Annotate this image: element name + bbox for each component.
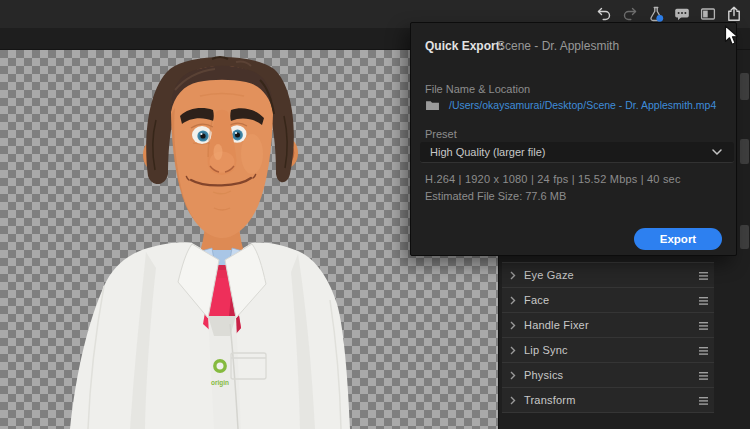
behavior-row-handle-fixer[interactable]: Handle Fixer [502,313,714,338]
preset-dropdown-value: High Quality (larger file) [430,146,546,158]
behavior-label: Eye Gaze [524,269,574,281]
preset-dropdown[interactable]: High Quality (larger file) [420,142,734,163]
menu-icon[interactable] [699,272,708,280]
scrollbar-thumb-segment[interactable] [740,225,749,249]
behavior-row-face[interactable]: Face [502,288,714,313]
behavior-row-eye-gaze[interactable]: Eye Gaze [502,263,714,288]
menu-icon[interactable] [699,322,708,330]
menu-icon[interactable] [699,297,708,305]
behavior-row-lip-sync[interactable]: Lip Sync [502,338,714,363]
test-flask-icon[interactable] [648,6,664,22]
expand-chevron-icon[interactable] [510,271,516,280]
workspace-panel-icon[interactable] [700,6,716,22]
behaviors-list: Eye Gaze Face Handle Fixer Lip Sync Phys [502,262,714,413]
export-specs-line: H.264 | 1920 x 1080 | 24 fps | 15.52 Mbp… [425,173,681,185]
estimated-file-size: Estimated File Size: 77.6 MB [425,190,566,202]
quick-export-scene-name: Scene - Dr. Applesmith [497,39,619,53]
expand-chevron-icon[interactable] [510,296,516,305]
behavior-label: Face [524,294,549,306]
expand-chevron-icon[interactable] [510,346,516,355]
behavior-label: Lip Sync [524,344,568,356]
behavior-row-physics[interactable]: Physics [502,363,714,388]
expand-chevron-icon[interactable] [510,371,516,380]
quick-export-popup: Quick Export: Scene - Dr. Applesmith Fil… [410,22,737,256]
scrollbar-thumb-segment[interactable] [740,73,749,100]
toolbar-icon-group [596,6,742,22]
redo-icon[interactable] [622,6,638,22]
preset-label: Preset [425,128,457,140]
coat-badge-text: origin [211,379,229,387]
menu-icon[interactable] [699,347,708,355]
menu-icon[interactable] [699,372,708,380]
flask-notification-dot [656,15,663,22]
behavior-label: Handle Fixer [524,319,589,331]
export-button[interactable]: Export [634,228,722,250]
expand-chevron-icon[interactable] [510,396,516,405]
undo-icon[interactable] [596,6,612,22]
quick-export-title: Quick Export: [425,39,504,53]
behavior-label: Transform [524,394,576,406]
folder-icon [425,99,440,111]
chevron-down-icon [712,149,722,156]
behavior-row-transform[interactable]: Transform [502,388,714,413]
feedback-comments-icon[interactable] [674,6,690,22]
file-path-row: /Users/okaysamurai/Desktop/Scene - Dr. A… [425,99,716,111]
expand-chevron-icon[interactable] [510,321,516,330]
share-export-icon[interactable] [726,6,742,22]
menu-icon[interactable] [699,397,708,405]
scrollbar-thumb-segment[interactable] [740,139,749,164]
behavior-label: Physics [524,369,563,381]
export-file-path-link[interactable]: /Users/okaysamurai/Desktop/Scene - Dr. A… [449,99,716,111]
character-animator-window: origin [0,0,750,429]
file-name-location-label: File Name & Location [425,83,530,95]
